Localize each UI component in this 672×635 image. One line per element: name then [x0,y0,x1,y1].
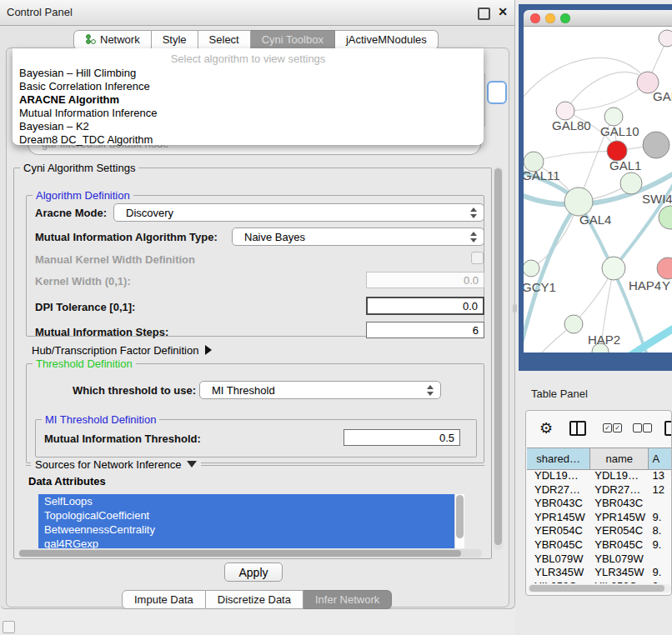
table-cell[interactable]: 9 [649,580,672,583]
table-cell[interactable]: YPR145W [590,511,649,525]
scrollbar-thumb[interactable] [19,550,461,557]
network-node[interactable] [643,132,669,158]
network-node[interactable] [564,315,583,333]
table-cell[interactable]: YLR345W [590,566,649,580]
table-row[interactable]: YIL052CYIL052C9 [527,580,672,583]
table-cell[interactable]: YBR045C [590,538,649,552]
settings-vertical-scrollbar[interactable] [494,167,503,550]
table-cell[interactable]: YIL052C [590,580,649,583]
table-row[interactable]: YBL079WYBL079W [527,552,672,567]
tab-cyni-toolbox[interactable]: Cyni Toolbox [251,30,335,50]
splitter-handle[interactable] [513,304,517,312]
table-row[interactable]: YER054CYER054C8. [527,524,672,538]
table-cell[interactable]: YBR043C [590,497,649,511]
attribute-list-scrollbar[interactable] [454,494,464,548]
table-row[interactable]: YDL19…YDL19…13 [527,469,672,483]
manual-kernel-checkbox[interactable] [471,252,484,264]
table-cell[interactable] [649,552,672,567]
column-header-partial[interactable]: A [649,448,672,469]
scrollbar-thumb[interactable] [494,168,502,545]
table-cell[interactable]: YBR045C [527,538,590,552]
table-cell[interactable]: YDR27… [590,483,649,498]
collapsed-panel-icon[interactable] [3,621,15,633]
table-cell[interactable]: YBR043C [527,497,590,511]
scrollbar-thumb[interactable] [456,495,464,538]
gear-icon[interactable]: ⚙ [539,419,553,438]
table-cell[interactable]: 9. [649,538,672,552]
apply-button[interactable]: Apply [224,562,283,582]
table-cell[interactable]: YDR27… [527,483,590,498]
network-node[interactable] [657,258,672,279]
table-row[interactable]: YDR27…YDR27…12 [527,483,672,498]
table-cell[interactable]: YER054C [527,524,590,538]
attribute-list-item[interactable]: SelfLoops [38,494,464,508]
algorithm-option[interactable]: Mutual Information Inference [13,107,484,120]
minimize-traffic-light[interactable] [545,13,555,23]
table-row[interactable]: YLR345WYLR345W9. [527,566,672,580]
table-cell[interactable]: YDL19… [590,469,649,483]
table-cell[interactable]: 12 [649,483,672,498]
table-cell[interactable]: YDL19… [527,469,590,483]
network-node[interactable] [602,257,625,280]
tab-discretize-data[interactable]: Discretize Data [206,590,303,609]
columns-icon[interactable] [569,421,586,436]
table-horizontal-scrollbar[interactable] [528,584,671,592]
algorithm-option[interactable]: Dream8 DC_TDC Algorithm [13,133,484,147]
aracne-mode-select[interactable]: Discovery [113,203,484,222]
network-node[interactable] [524,260,539,277]
tab-infer-network[interactable]: Infer Network [303,590,392,609]
kernel-width-field[interactable] [366,272,484,288]
network-node[interactable] [564,188,593,216]
table-cell[interactable]: 9. [649,566,672,580]
table-cell[interactable]: YIL052C [527,580,590,583]
column-header-shared-name[interactable]: shared… [527,448,590,469]
table-cell[interactable]: 13 [649,469,672,483]
table-cell[interactable]: YER054C [590,524,649,538]
table-cell[interactable]: YBL079W [590,552,649,567]
tab-select[interactable]: Select [198,30,251,50]
network-canvas[interactable]: GALGAL80GAL10GAL1GAL11SWI4GAL4GCY1HAP4YH… [524,27,672,352]
select-all-icon-2[interactable]: ✓ [613,423,622,432]
mi-threshold-field[interactable] [344,429,460,446]
algorithm-option[interactable]: Bayesian – Hill Climbing [13,67,484,80]
algorithm-option[interactable]: ARACNE Algorithm [13,93,484,107]
mi-steps-field[interactable] [366,322,484,338]
tab-jactivemnodules[interactable]: jActiveMNodules [335,30,439,50]
float-panel-icon[interactable] [478,8,490,20]
settings-horizontal-scrollbar[interactable] [18,549,482,558]
tab-impute-data[interactable]: Impute Data [122,590,206,609]
table-row[interactable]: YPR145WYPR145W9. [527,511,672,525]
attribute-list-item[interactable]: gal4RGexp [38,537,464,548]
close-traffic-light[interactable] [530,13,540,23]
network-node[interactable] [556,102,574,120]
column-header-name[interactable]: name [590,448,649,469]
close-panel-icon[interactable]: ✕ [498,5,508,18]
network-node[interactable] [659,206,672,229]
table-row[interactable]: YBR045CYBR045C9. [527,538,672,552]
table-cell[interactable]: 9. [649,511,672,525]
table-cell[interactable] [649,497,672,511]
hub-definition-toggle[interactable]: Hub/Transcription Factor Definition [32,344,212,357]
sources-toggle[interactable]: Sources for Network Inference [31,458,201,471]
table-cell[interactable]: YBL079W [527,552,590,567]
dpi-tolerance-field[interactable] [366,297,484,315]
network-node[interactable] [620,172,642,194]
table-cell[interactable]: 8. [649,524,672,538]
tab-network[interactable]: Network [73,30,152,50]
deselect-all-icon[interactable] [633,423,642,432]
deselect-all-icon-2[interactable] [643,423,652,432]
zoom-traffic-light[interactable] [560,13,570,23]
network-node[interactable] [604,108,623,126]
network-node[interactable] [659,30,672,47]
attribute-list-item[interactable]: BetweennessCentrality [38,522,464,537]
table-row[interactable]: YBR043CYBR043C [527,497,672,511]
scrollbar-thumb[interactable] [529,585,664,592]
which-threshold-select[interactable]: MI Threshold [199,381,441,399]
tab-style[interactable]: Style [152,30,198,50]
table-cell[interactable]: YPR145W [527,511,590,525]
table-cell[interactable]: YLR345W [527,566,590,580]
algorithm-option[interactable]: Bayesian – K2 [13,120,484,133]
algorithm-option[interactable]: Basic Correlation Inference [13,80,484,93]
attribute-list-item[interactable]: TopologicalCoefficient [38,508,464,522]
columns-partial-icon[interactable] [664,421,672,436]
